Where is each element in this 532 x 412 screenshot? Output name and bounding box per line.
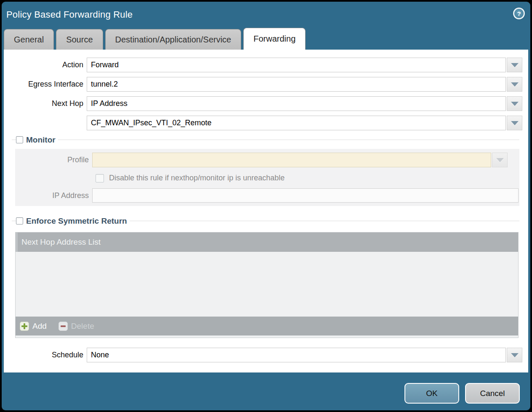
chevron-down-icon <box>511 102 519 106</box>
profile-row: Profile <box>15 153 519 167</box>
monitor-ip-row: IP Address <box>15 188 519 203</box>
next-hop-row: Next Hop <box>4 96 528 111</box>
monitor-ip-input <box>92 188 519 203</box>
monitor-legend: Monitor <box>12 135 519 145</box>
delete-button: Delete <box>59 322 94 331</box>
monitor-section: Monitor Profile Disable this rule if nex… <box>12 135 519 206</box>
tab-general[interactable]: General <box>4 29 54 50</box>
disable-rule-row: Disable this rule if nexthop/monitor ip … <box>96 174 519 182</box>
delete-button-label: Delete <box>71 322 94 331</box>
next-hop-address-input[interactable] <box>87 116 506 130</box>
monitor-legend-label: Monitor <box>26 135 56 145</box>
cancel-button[interactable]: Cancel <box>465 383 520 404</box>
minus-icon <box>59 322 68 331</box>
forwarding-tab-panel: Action Egress Interface Next Hop <box>4 50 528 372</box>
profile-input <box>92 153 491 167</box>
ok-button[interactable]: OK <box>404 383 459 404</box>
dialog-title: Policy Based Forwarding Rule <box>2 2 530 20</box>
next-hop-address-table-body[interactable] <box>16 252 518 317</box>
action-row: Action <box>4 58 528 72</box>
next-hop-address-dropdown <box>87 116 522 130</box>
table-bottom-strip <box>16 335 518 338</box>
help-icon[interactable]: ? <box>513 8 525 19</box>
schedule-dropdown <box>87 348 522 362</box>
disable-rule-label: Disable this rule if nexthop/monitor ip … <box>109 174 285 182</box>
next-hop-type-input[interactable] <box>87 96 506 111</box>
next-hop-address-table: Next Hop Address List Add Delete <box>15 232 519 338</box>
schedule-dropdown-button[interactable] <box>507 348 522 362</box>
enforce-symmetric-return-checkbox[interactable] <box>16 217 23 224</box>
monitor-checkbox[interactable] <box>16 136 23 143</box>
chevron-down-icon <box>496 158 504 162</box>
chevron-down-icon <box>511 82 519 87</box>
next-hop-address-table-header: Next Hop Address List <box>16 232 518 252</box>
next-hop-address-list-column-header: Next Hop Address List <box>18 238 101 247</box>
next-hop-address-row <box>4 116 528 130</box>
egress-interface-dropdown <box>87 77 522 92</box>
enforce-symmetric-return-section: Enforce Symmetric Return Next Hop Addres… <box>12 216 519 338</box>
profile-dropdown-button <box>492 153 508 167</box>
tab-destination-application-service[interactable]: Destination/Application/Service <box>105 29 242 50</box>
dialog-footer: OK Cancel <box>2 372 530 404</box>
action-label: Action <box>4 61 87 69</box>
add-button[interactable]: Add <box>20 322 47 331</box>
tab-forwarding[interactable]: Forwarding <box>243 28 306 50</box>
schedule-input[interactable] <box>87 348 506 362</box>
monitor-panel: Profile Disable this rule if nexthop/mon… <box>15 149 519 206</box>
next-hop-type-dropdown-button[interactable] <box>507 96 522 111</box>
action-input[interactable] <box>87 58 506 72</box>
egress-interface-input[interactable] <box>87 77 506 92</box>
tab-source[interactable]: Source <box>56 29 103 50</box>
plus-icon <box>20 322 29 331</box>
action-dropdown <box>87 58 522 72</box>
profile-dropdown <box>92 153 508 167</box>
enforce-symmetric-return-legend-label: Enforce Symmetric Return <box>26 217 127 226</box>
policy-based-forwarding-dialog: Policy Based Forwarding Rule ? General S… <box>2 2 530 410</box>
egress-interface-dropdown-button[interactable] <box>507 77 522 92</box>
next-hop-label: Next Hop <box>4 99 87 108</box>
schedule-label: Schedule <box>4 351 87 359</box>
dialog-titlebar: Policy Based Forwarding Rule ? <box>2 2 530 29</box>
disable-rule-checkbox <box>96 174 104 182</box>
next-hop-type-dropdown <box>87 96 522 111</box>
schedule-row: Schedule <box>4 348 528 362</box>
profile-label: Profile <box>15 156 92 164</box>
next-hop-address-table-toolbar: Add Delete <box>16 317 518 335</box>
action-dropdown-button[interactable] <box>507 58 522 72</box>
tab-bar: General Source Destination/Application/S… <box>2 29 530 50</box>
egress-interface-label: Egress Interface <box>4 80 87 89</box>
add-button-label: Add <box>32 322 47 331</box>
monitor-ip-label: IP Address <box>15 191 92 200</box>
chevron-down-icon <box>511 353 519 357</box>
enforce-symmetric-return-legend: Enforce Symmetric Return <box>12 216 519 226</box>
chevron-down-icon <box>511 121 519 125</box>
chevron-down-icon <box>511 63 519 67</box>
next-hop-address-dropdown-button[interactable] <box>507 116 522 130</box>
egress-interface-row: Egress Interface <box>4 77 528 92</box>
